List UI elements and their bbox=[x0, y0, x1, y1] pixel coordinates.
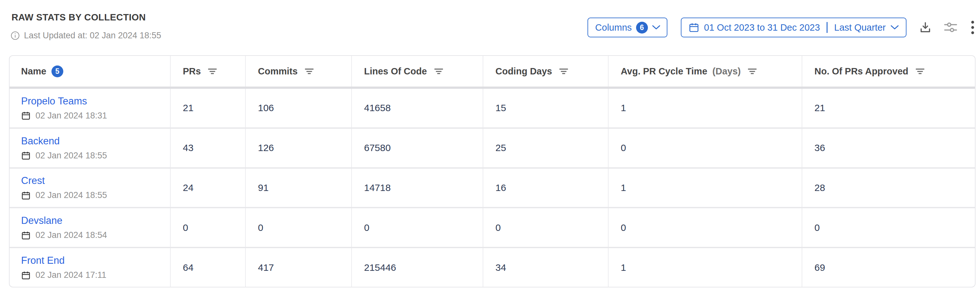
column-header-avg-pr-cycle-time[interactable]: Avg. PR Cycle Time(Days) bbox=[609, 56, 802, 87]
column-header-suffix: (Days) bbox=[713, 66, 741, 77]
date-range-button[interactable]: 01 Oct 2023 to 31 Dec 2023 Last Quarter bbox=[681, 17, 907, 37]
cell-avg-pr-cycle-time: 1 bbox=[609, 248, 802, 287]
name-cell: Crest02 Jan 2024 18:55 bbox=[10, 168, 171, 207]
calendar-icon bbox=[689, 22, 699, 33]
columns-count-badge: 6 bbox=[636, 22, 648, 33]
filter-icon[interactable] bbox=[305, 67, 314, 75]
cell-prs: 43 bbox=[171, 129, 246, 167]
calendar-icon bbox=[21, 111, 31, 121]
table-body: Propelo Teams02 Jan 2024 18:312110641658… bbox=[10, 89, 975, 287]
cell-lines-of-code: 215446 bbox=[352, 248, 483, 287]
info-icon bbox=[11, 31, 20, 40]
cell-no-of-prs-approved: 21 bbox=[802, 89, 975, 127]
cell-lines-of-code: 14718 bbox=[352, 168, 483, 207]
cell-no-of-prs-approved: 28 bbox=[802, 168, 975, 207]
filter-icon[interactable] bbox=[434, 67, 443, 75]
toolbar: Columns 6 01 Oct 2023 to bbox=[587, 17, 975, 37]
column-header-label: PRs bbox=[183, 66, 201, 77]
cell-no-of-prs-approved: 69 bbox=[802, 248, 975, 287]
name-cell: Backend02 Jan 2024 18:55 bbox=[10, 129, 171, 167]
calendar-icon bbox=[21, 270, 31, 280]
columns-button[interactable]: Columns 6 bbox=[587, 17, 667, 37]
last-updated: Last Updated at: 02 Jan 2024 18:55 bbox=[11, 31, 161, 41]
cell-coding-days: 34 bbox=[483, 248, 609, 287]
calendar-icon bbox=[21, 191, 31, 200]
stats-table: Name5PRsCommitsLines Of CodeCoding DaysA… bbox=[9, 55, 975, 287]
table-row: Crest02 Jan 2024 18:5524911471816128 bbox=[10, 167, 975, 207]
column-header-prs[interactable]: PRs bbox=[171, 56, 246, 87]
cell-coding-days: 16 bbox=[483, 168, 609, 207]
table-header-row: Name5PRsCommitsLines Of CodeCoding DaysA… bbox=[10, 56, 975, 87]
table-row: Propelo Teams02 Jan 2024 18:312110641658… bbox=[10, 89, 975, 127]
name-cell: Propelo Teams02 Jan 2024 18:31 bbox=[10, 89, 171, 127]
cell-avg-pr-cycle-time: 1 bbox=[609, 168, 802, 207]
column-header-label: No. Of PRs Approved bbox=[815, 66, 908, 77]
row-updated: 02 Jan 2024 18:55 bbox=[21, 191, 107, 200]
cell-coding-days: 15 bbox=[483, 89, 609, 127]
name-count-badge: 5 bbox=[51, 65, 63, 77]
cell-lines-of-code: 0 bbox=[352, 208, 483, 247]
cell-lines-of-code: 41658 bbox=[352, 89, 483, 127]
kebab-menu-icon bbox=[970, 21, 975, 35]
cell-commits: 126 bbox=[246, 129, 352, 167]
column-header-label: Commits bbox=[258, 66, 298, 77]
row-updated-text: 02 Jan 2024 18:55 bbox=[35, 191, 107, 200]
column-header-coding-days[interactable]: Coding Days bbox=[483, 56, 609, 87]
collection-link[interactable]: Backend bbox=[21, 135, 60, 147]
row-updated-text: 02 Jan 2024 18:54 bbox=[35, 230, 107, 240]
cell-commits: 0 bbox=[246, 208, 352, 247]
cell-avg-pr-cycle-time: 1 bbox=[609, 89, 802, 127]
page-title: RAW STATS BY COLLECTION bbox=[11, 12, 146, 23]
row-updated: 02 Jan 2024 17:11 bbox=[21, 270, 107, 280]
columns-button-label: Columns bbox=[595, 22, 632, 33]
table-row: Front End02 Jan 2024 17:1164417215446341… bbox=[10, 247, 975, 287]
column-header-no-of-prs-approved[interactable]: No. Of PRs Approved bbox=[802, 56, 975, 87]
cell-commits: 106 bbox=[246, 89, 352, 127]
kebab-menu-button[interactable] bbox=[970, 17, 975, 37]
date-preset-text: Last Quarter bbox=[834, 22, 886, 33]
cell-commits: 91 bbox=[246, 168, 352, 207]
filter-icon[interactable] bbox=[559, 67, 568, 75]
date-range-text: 01 Oct 2023 to 31 Dec 2023 bbox=[704, 22, 820, 33]
row-updated: 02 Jan 2024 18:54 bbox=[21, 230, 107, 240]
row-updated-text: 02 Jan 2024 18:31 bbox=[35, 111, 107, 121]
calendar-icon bbox=[21, 151, 31, 160]
table-row: Backend02 Jan 2024 18:55431266758025036 bbox=[10, 127, 975, 167]
filter-icon[interactable] bbox=[915, 67, 925, 75]
filter-icon[interactable] bbox=[208, 67, 217, 75]
header-separator bbox=[10, 87, 975, 89]
column-header-lines-of-code[interactable]: Lines Of Code bbox=[352, 56, 483, 87]
column-header-name[interactable]: Name5 bbox=[10, 56, 171, 87]
calendar-icon bbox=[21, 230, 31, 240]
cell-coding-days: 0 bbox=[483, 208, 609, 247]
download-button[interactable] bbox=[919, 17, 932, 37]
divider bbox=[827, 22, 827, 33]
row-updated-text: 02 Jan 2024 17:11 bbox=[35, 270, 107, 280]
collection-link[interactable]: Devslane bbox=[21, 215, 62, 226]
row-updated: 02 Jan 2024 18:31 bbox=[21, 111, 107, 121]
cell-prs: 64 bbox=[171, 248, 246, 287]
chevron-down-icon bbox=[652, 25, 660, 30]
column-header-commits[interactable]: Commits bbox=[246, 56, 352, 87]
row-updated: 02 Jan 2024 18:55 bbox=[21, 151, 107, 160]
collection-link[interactable]: Front End bbox=[21, 255, 65, 266]
column-header-label: Avg. PR Cycle Time bbox=[621, 66, 707, 77]
cell-prs: 21 bbox=[171, 89, 246, 127]
cell-no-of-prs-approved: 0 bbox=[802, 208, 975, 247]
raw-stats-page: RAW STATS BY COLLECTION Last Updated at:… bbox=[0, 0, 980, 297]
collection-link[interactable]: Propelo Teams bbox=[21, 95, 87, 107]
column-header-label: Coding Days bbox=[495, 66, 552, 77]
name-cell: Front End02 Jan 2024 17:11 bbox=[10, 248, 171, 287]
collection-link[interactable]: Crest bbox=[21, 175, 45, 186]
settings-sliders-button[interactable] bbox=[943, 17, 958, 37]
cell-prs: 0 bbox=[171, 208, 246, 247]
cell-avg-pr-cycle-time: 0 bbox=[609, 208, 802, 247]
last-updated-text: Last Updated at: 02 Jan 2024 18:55 bbox=[24, 31, 161, 41]
column-header-label: Lines Of Code bbox=[364, 66, 427, 77]
cell-no-of-prs-approved: 36 bbox=[802, 129, 975, 167]
name-cell: Devslane02 Jan 2024 18:54 bbox=[10, 208, 171, 247]
download-icon bbox=[919, 21, 932, 34]
column-header-label: Name bbox=[21, 66, 46, 77]
filter-icon[interactable] bbox=[748, 67, 757, 75]
row-updated-text: 02 Jan 2024 18:55 bbox=[35, 151, 107, 160]
